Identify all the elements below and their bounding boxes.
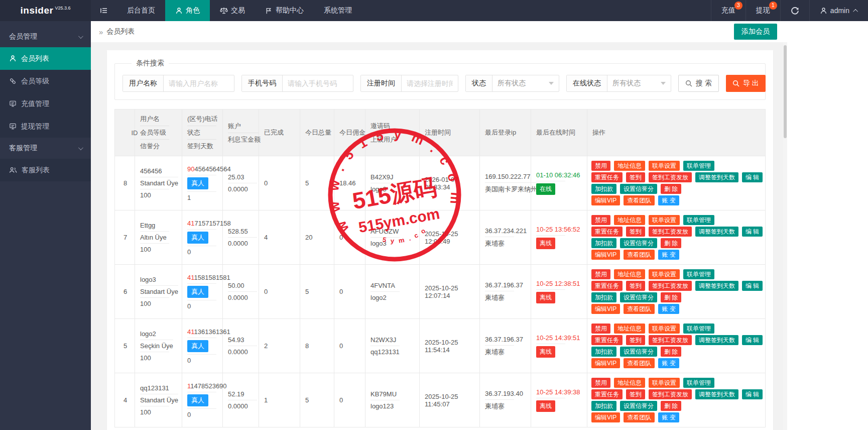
action-button[interactable]: 加扣款	[591, 184, 616, 194]
register-time-input[interactable]	[402, 75, 458, 91]
action-button[interactable]: 签到	[626, 335, 645, 345]
search-button[interactable]: 搜 索	[678, 75, 719, 92]
action-button[interactable]: 查看团队	[624, 250, 655, 260]
action-button[interactable]: 编 辑	[742, 172, 763, 182]
action-button[interactable]: 加扣款	[591, 238, 616, 248]
action-button[interactable]: 联单设置	[649, 161, 680, 171]
add-member-button[interactable]: 添加会员	[734, 24, 777, 40]
action-button[interactable]: 签到	[626, 389, 645, 399]
action-button[interactable]: 禁用	[591, 161, 610, 171]
action-button[interactable]: 签到工资发放	[649, 335, 692, 345]
scrollbar-thumb[interactable]	[784, 45, 787, 138]
action-button[interactable]: 设置信誉分	[620, 184, 657, 194]
action-button[interactable]: 编 辑	[742, 281, 763, 291]
action-button[interactable]: 签到工资发放	[649, 172, 692, 182]
user-menu[interactable]: admin	[809, 0, 868, 21]
action-button[interactable]: 查看团队	[624, 358, 655, 368]
action-button[interactable]: 联单设置	[649, 324, 680, 334]
action-button[interactable]: 签到工资发放	[649, 227, 692, 237]
action-button[interactable]: 联单管理	[683, 324, 714, 334]
action-button[interactable]: 禁用	[591, 324, 610, 334]
action-button[interactable]: 加扣款	[591, 292, 616, 302]
action-button[interactable]: 删 除	[661, 292, 681, 302]
action-button[interactable]: 编辑VIP	[591, 412, 620, 422]
action-button[interactable]: 编辑VIP	[591, 358, 620, 368]
action-button[interactable]: 重置任务	[591, 389, 623, 399]
action-button[interactable]: 地址信息	[614, 269, 645, 279]
action-button[interactable]: 重置任务	[591, 227, 623, 237]
action-button[interactable]: 重置任务	[591, 172, 623, 182]
action-button[interactable]: 地址信息	[614, 215, 645, 225]
refresh-button[interactable]	[780, 0, 809, 21]
action-button[interactable]: 账 变	[658, 195, 679, 205]
action-button[interactable]: 联单设置	[649, 378, 680, 388]
sidebar-group-member-management[interactable]: 会员管理	[0, 26, 91, 47]
action-button[interactable]: 禁用	[591, 215, 610, 225]
action-button[interactable]: 禁用	[591, 269, 610, 279]
action-button[interactable]: 账 变	[658, 304, 679, 314]
action-button[interactable]: 编辑VIP	[591, 195, 620, 205]
action-button[interactable]: 设置信誉分	[620, 401, 657, 411]
action-button[interactable]: 联单管理	[683, 378, 714, 388]
action-button[interactable]: 调整签到天数	[695, 227, 738, 237]
action-button[interactable]: 联单设置	[649, 269, 680, 279]
action-button[interactable]: 联单管理	[683, 215, 714, 225]
action-button[interactable]: 编辑VIP	[591, 304, 620, 314]
action-button[interactable]: 调整签到天数	[695, 281, 738, 291]
status-select[interactable]: 所有状态	[492, 75, 559, 91]
action-button[interactable]: 账 变	[658, 250, 679, 260]
topnav-roles[interactable]: 角色	[165, 0, 210, 21]
action-button[interactable]: 地址信息	[614, 378, 645, 388]
action-button[interactable]: 编 辑	[742, 335, 763, 345]
action-button[interactable]: 账 变	[658, 358, 679, 368]
action-button[interactable]: 查看团队	[624, 412, 655, 422]
action-button[interactable]: 签到	[626, 172, 645, 182]
phone-input[interactable]	[283, 75, 353, 91]
action-button[interactable]: 调整签到天数	[695, 389, 738, 399]
sidebar-item-recharge-management[interactable]: 充值管理	[0, 92, 91, 115]
action-button[interactable]: 查看团队	[624, 195, 655, 205]
action-button[interactable]: 设置信誉分	[620, 292, 657, 302]
action-button[interactable]: 删 除	[661, 347, 681, 357]
action-button[interactable]: 删 除	[661, 401, 681, 411]
topnav-help[interactable]: 帮助中心	[255, 0, 314, 21]
action-button[interactable]: 联单管理	[683, 269, 714, 279]
sidebar-toggle-button[interactable]	[91, 0, 117, 21]
action-button[interactable]: 签到工资发放	[649, 389, 692, 399]
action-button[interactable]: 签到	[626, 227, 645, 237]
topnav-trade[interactable]: 交易	[210, 0, 255, 21]
action-button[interactable]: 联单设置	[649, 215, 680, 225]
export-button[interactable]: 导 出	[726, 75, 766, 92]
action-button[interactable]: 重置任务	[591, 335, 623, 345]
username-input[interactable]	[164, 75, 234, 91]
action-button[interactable]: 查看团队	[624, 304, 655, 314]
action-button[interactable]: 编 辑	[742, 389, 763, 399]
action-button[interactable]: 账 变	[658, 412, 679, 422]
sidebar-group-service-management[interactable]: 客服管理	[0, 138, 91, 159]
sidebar-item-service-list[interactable]: 客服列表	[0, 159, 91, 181]
action-button[interactable]: 设置信誉分	[620, 238, 657, 248]
action-button[interactable]: 联单管理	[683, 161, 714, 171]
action-button[interactable]: 加扣款	[591, 401, 616, 411]
action-button[interactable]: 删 除	[661, 238, 681, 248]
action-button[interactable]: 删 除	[661, 184, 681, 194]
action-button[interactable]: 编 辑	[742, 227, 763, 237]
action-button[interactable]: 地址信息	[614, 324, 645, 334]
sidebar-item-member-list[interactable]: 会员列表	[0, 47, 91, 70]
online-status-select[interactable]: 所有状态	[607, 75, 671, 91]
withdraw-notice-button[interactable]: 提现 1	[746, 0, 780, 21]
action-button[interactable]: 重置任务	[591, 281, 623, 291]
action-button[interactable]: 签到	[626, 281, 645, 291]
action-button[interactable]: 签到工资发放	[649, 281, 692, 291]
topnav-dashboard[interactable]: 后台首页	[117, 0, 165, 21]
action-button[interactable]: 地址信息	[614, 161, 645, 171]
sidebar-item-member-level[interactable]: 会员等级	[0, 70, 91, 92]
action-button[interactable]: 调整签到天数	[695, 172, 738, 182]
action-button[interactable]: 调整签到天数	[695, 335, 738, 345]
topnav-system[interactable]: 系统管理	[314, 0, 362, 21]
action-button[interactable]: 设置信誉分	[620, 347, 657, 357]
recharge-notice-button[interactable]: 充值 3	[711, 0, 746, 21]
sidebar-item-withdraw-management[interactable]: 提现管理	[0, 115, 91, 138]
action-button[interactable]: 加扣款	[591, 347, 616, 357]
action-button[interactable]: 禁用	[591, 378, 610, 388]
